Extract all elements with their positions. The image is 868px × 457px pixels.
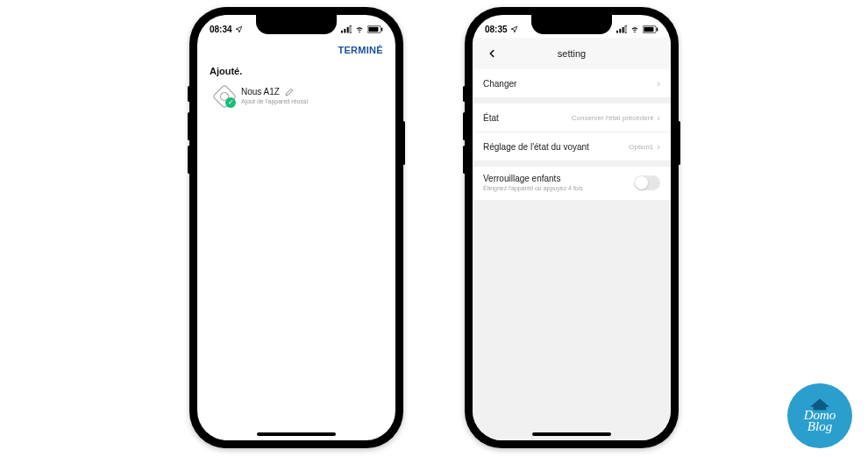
pencil-icon[interactable] <box>285 88 294 96</box>
row-label: Verrouillage enfants <box>483 174 583 183</box>
row-changer[interactable]: Changer › <box>473 69 671 98</box>
svg-rect-13 <box>657 27 658 31</box>
row-value: Conserver l'état précédent <box>572 114 654 122</box>
row-etat[interactable]: État Conserver l'état précédent › <box>473 104 671 132</box>
row-label: État <box>483 113 499 123</box>
svg-rect-0 <box>341 30 343 32</box>
signal-icon <box>616 25 627 33</box>
section-title: Ajouté. <box>197 64 395 83</box>
childlock-toggle[interactable] <box>634 175 660 190</box>
svg-rect-2 <box>347 26 349 32</box>
svg-rect-12 <box>644 26 653 32</box>
chevron-left-icon <box>486 47 498 60</box>
svg-rect-7 <box>616 30 618 32</box>
row-childlock: Verrouillage enfants Éteignez l'appareil… <box>473 167 671 200</box>
svg-rect-6 <box>381 27 382 31</box>
device-name: Nous A1Z <box>241 87 280 96</box>
wifi-icon <box>630 25 640 33</box>
header: setting <box>473 38 671 69</box>
row-subtitle: Éteignez l'appareil ou appuyez 4 fois <box>483 185 583 191</box>
row-value: Option1 <box>629 143 653 151</box>
domoblog-logo: Domo Blog <box>787 383 852 448</box>
svg-rect-3 <box>350 25 352 32</box>
status-time: 08:35 <box>485 25 508 34</box>
home-indicator[interactable] <box>257 432 336 436</box>
device-subtitle: Ajout de l'appareil réussi <box>241 98 383 104</box>
svg-rect-8 <box>619 28 621 32</box>
row-label: Réglage de l'état du voyant <box>483 142 589 152</box>
row-voyant[interactable]: Réglage de l'état du voyant Option1 › <box>473 132 671 161</box>
done-button[interactable]: TERMINÉ <box>338 45 383 55</box>
header: TERMINÉ <box>197 38 395 64</box>
chevron-right-icon: › <box>657 141 660 152</box>
wifi-icon <box>354 25 365 33</box>
notch <box>256 15 337 34</box>
svg-rect-5 <box>368 26 378 32</box>
phone-mockup-left: 08:34 TERMINÉ Ajouté. ✓ <box>189 7 403 448</box>
back-button[interactable] <box>483 45 501 62</box>
battery-icon <box>367 25 383 33</box>
location-icon <box>235 25 243 33</box>
home-indicator[interactable] <box>532 432 611 436</box>
signal-icon <box>341 25 352 33</box>
chevron-right-icon: › <box>657 78 660 89</box>
chevron-right-icon: › <box>657 112 660 123</box>
logo-text-2: Blog <box>808 421 832 433</box>
house-icon <box>810 398 829 411</box>
device-row[interactable]: ✓ Nous A1Z Ajout de l'appareil réussi <box>197 83 395 106</box>
svg-rect-1 <box>344 28 345 32</box>
notch <box>531 15 612 34</box>
svg-marker-14 <box>810 399 829 411</box>
smart-plug-icon: ✓ <box>215 87 234 106</box>
status-time: 08:34 <box>210 25 232 34</box>
location-icon <box>510 25 518 33</box>
svg-rect-9 <box>623 26 624 32</box>
battery-icon <box>643 25 658 33</box>
page-title: setting <box>473 48 671 59</box>
svg-rect-10 <box>625 25 627 32</box>
phone-mockup-right: 08:35 setting Changer › <box>465 7 679 448</box>
row-label: Changer <box>483 79 516 89</box>
